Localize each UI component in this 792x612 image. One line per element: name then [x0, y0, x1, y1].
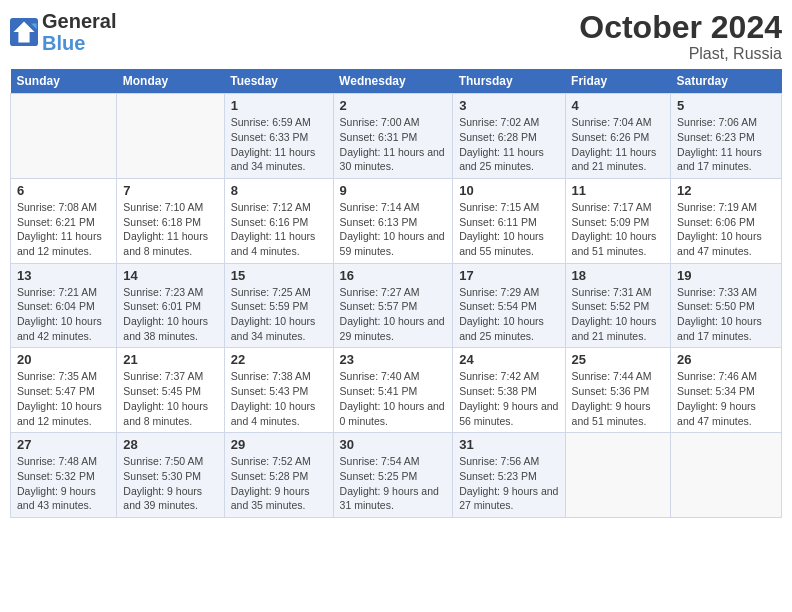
calendar-week-row: 1Sunrise: 6:59 AMSunset: 6:33 PMDaylight… — [11, 94, 782, 179]
calendar-cell: 20Sunrise: 7:35 AMSunset: 5:47 PMDayligh… — [11, 348, 117, 433]
day-info: Sunrise: 7:12 AMSunset: 6:16 PMDaylight:… — [231, 200, 327, 259]
day-info: Sunrise: 7:29 AMSunset: 5:54 PMDaylight:… — [459, 285, 558, 344]
day-info: Sunrise: 7:21 AMSunset: 6:04 PMDaylight:… — [17, 285, 110, 344]
day-number: 22 — [231, 352, 327, 367]
day-info: Sunrise: 7:50 AMSunset: 5:30 PMDaylight:… — [123, 454, 217, 513]
day-number: 31 — [459, 437, 558, 452]
day-info: Sunrise: 7:42 AMSunset: 5:38 PMDaylight:… — [459, 369, 558, 428]
day-number: 28 — [123, 437, 217, 452]
calendar-cell: 8Sunrise: 7:12 AMSunset: 6:16 PMDaylight… — [224, 178, 333, 263]
day-number: 7 — [123, 183, 217, 198]
day-info: Sunrise: 7:56 AMSunset: 5:23 PMDaylight:… — [459, 454, 558, 513]
calendar-cell: 30Sunrise: 7:54 AMSunset: 5:25 PMDayligh… — [333, 433, 453, 518]
day-info: Sunrise: 7:02 AMSunset: 6:28 PMDaylight:… — [459, 115, 558, 174]
day-number: 19 — [677, 268, 775, 283]
page-title: October 2024 — [579, 10, 782, 45]
day-number: 4 — [572, 98, 664, 113]
day-info: Sunrise: 7:44 AMSunset: 5:36 PMDaylight:… — [572, 369, 664, 428]
day-number: 10 — [459, 183, 558, 198]
weekday-header: Thursday — [453, 69, 565, 94]
calendar-cell: 12Sunrise: 7:19 AMSunset: 6:06 PMDayligh… — [671, 178, 782, 263]
day-info: Sunrise: 7:54 AMSunset: 5:25 PMDaylight:… — [340, 454, 447, 513]
calendar-cell: 13Sunrise: 7:21 AMSunset: 6:04 PMDayligh… — [11, 263, 117, 348]
day-number: 30 — [340, 437, 447, 452]
logo-text-line2: Blue — [42, 32, 116, 54]
calendar-cell: 31Sunrise: 7:56 AMSunset: 5:23 PMDayligh… — [453, 433, 565, 518]
calendar-cell: 11Sunrise: 7:17 AMSunset: 5:09 PMDayligh… — [565, 178, 670, 263]
weekday-header: Friday — [565, 69, 670, 94]
day-number: 15 — [231, 268, 327, 283]
day-info: Sunrise: 7:25 AMSunset: 5:59 PMDaylight:… — [231, 285, 327, 344]
day-number: 25 — [572, 352, 664, 367]
day-info: Sunrise: 7:17 AMSunset: 5:09 PMDaylight:… — [572, 200, 664, 259]
calendar-week-row: 6Sunrise: 7:08 AMSunset: 6:21 PMDaylight… — [11, 178, 782, 263]
day-info: Sunrise: 7:19 AMSunset: 6:06 PMDaylight:… — [677, 200, 775, 259]
page-header: General Blue October 2024 Plast, Russia — [10, 10, 782, 63]
calendar-cell: 14Sunrise: 7:23 AMSunset: 6:01 PMDayligh… — [117, 263, 224, 348]
day-info: Sunrise: 7:37 AMSunset: 5:45 PMDaylight:… — [123, 369, 217, 428]
day-info: Sunrise: 7:46 AMSunset: 5:34 PMDaylight:… — [677, 369, 775, 428]
calendar-cell: 27Sunrise: 7:48 AMSunset: 5:32 PMDayligh… — [11, 433, 117, 518]
calendar-cell: 2Sunrise: 7:00 AMSunset: 6:31 PMDaylight… — [333, 94, 453, 179]
day-number: 27 — [17, 437, 110, 452]
day-info: Sunrise: 7:00 AMSunset: 6:31 PMDaylight:… — [340, 115, 447, 174]
day-number: 5 — [677, 98, 775, 113]
day-info: Sunrise: 7:27 AMSunset: 5:57 PMDaylight:… — [340, 285, 447, 344]
calendar-cell: 21Sunrise: 7:37 AMSunset: 5:45 PMDayligh… — [117, 348, 224, 433]
calendar-cell: 7Sunrise: 7:10 AMSunset: 6:18 PMDaylight… — [117, 178, 224, 263]
calendar-week-row: 13Sunrise: 7:21 AMSunset: 6:04 PMDayligh… — [11, 263, 782, 348]
day-number: 23 — [340, 352, 447, 367]
weekday-header: Tuesday — [224, 69, 333, 94]
calendar-cell: 6Sunrise: 7:08 AMSunset: 6:21 PMDaylight… — [11, 178, 117, 263]
day-info: Sunrise: 7:38 AMSunset: 5:43 PMDaylight:… — [231, 369, 327, 428]
calendar-cell: 5Sunrise: 7:06 AMSunset: 6:23 PMDaylight… — [671, 94, 782, 179]
calendar-cell: 3Sunrise: 7:02 AMSunset: 6:28 PMDaylight… — [453, 94, 565, 179]
weekday-header: Wednesday — [333, 69, 453, 94]
calendar-cell: 9Sunrise: 7:14 AMSunset: 6:13 PMDaylight… — [333, 178, 453, 263]
day-number: 18 — [572, 268, 664, 283]
day-number: 9 — [340, 183, 447, 198]
calendar-cell — [117, 94, 224, 179]
day-number: 3 — [459, 98, 558, 113]
logo-text-line1: General — [42, 10, 116, 32]
day-info: Sunrise: 7:10 AMSunset: 6:18 PMDaylight:… — [123, 200, 217, 259]
day-info: Sunrise: 7:04 AMSunset: 6:26 PMDaylight:… — [572, 115, 664, 174]
day-number: 6 — [17, 183, 110, 198]
day-info: Sunrise: 7:31 AMSunset: 5:52 PMDaylight:… — [572, 285, 664, 344]
day-info: Sunrise: 7:23 AMSunset: 6:01 PMDaylight:… — [123, 285, 217, 344]
day-info: Sunrise: 7:06 AMSunset: 6:23 PMDaylight:… — [677, 115, 775, 174]
calendar-cell: 19Sunrise: 7:33 AMSunset: 5:50 PMDayligh… — [671, 263, 782, 348]
day-info: Sunrise: 7:33 AMSunset: 5:50 PMDaylight:… — [677, 285, 775, 344]
calendar-cell: 29Sunrise: 7:52 AMSunset: 5:28 PMDayligh… — [224, 433, 333, 518]
calendar-cell: 10Sunrise: 7:15 AMSunset: 6:11 PMDayligh… — [453, 178, 565, 263]
day-number: 13 — [17, 268, 110, 283]
calendar-cell: 26Sunrise: 7:46 AMSunset: 5:34 PMDayligh… — [671, 348, 782, 433]
calendar-table: SundayMondayTuesdayWednesdayThursdayFrid… — [10, 69, 782, 518]
day-number: 26 — [677, 352, 775, 367]
calendar-cell: 17Sunrise: 7:29 AMSunset: 5:54 PMDayligh… — [453, 263, 565, 348]
day-info: Sunrise: 7:14 AMSunset: 6:13 PMDaylight:… — [340, 200, 447, 259]
day-number: 1 — [231, 98, 327, 113]
day-number: 17 — [459, 268, 558, 283]
day-info: Sunrise: 7:40 AMSunset: 5:41 PMDaylight:… — [340, 369, 447, 428]
title-block: October 2024 Plast, Russia — [579, 10, 782, 63]
day-info: Sunrise: 7:52 AMSunset: 5:28 PMDaylight:… — [231, 454, 327, 513]
calendar-cell — [11, 94, 117, 179]
calendar-cell — [565, 433, 670, 518]
day-info: Sunrise: 7:15 AMSunset: 6:11 PMDaylight:… — [459, 200, 558, 259]
calendar-cell: 15Sunrise: 7:25 AMSunset: 5:59 PMDayligh… — [224, 263, 333, 348]
day-number: 2 — [340, 98, 447, 113]
day-info: Sunrise: 6:59 AMSunset: 6:33 PMDaylight:… — [231, 115, 327, 174]
day-info: Sunrise: 7:08 AMSunset: 6:21 PMDaylight:… — [17, 200, 110, 259]
day-info: Sunrise: 7:35 AMSunset: 5:47 PMDaylight:… — [17, 369, 110, 428]
calendar-cell: 23Sunrise: 7:40 AMSunset: 5:41 PMDayligh… — [333, 348, 453, 433]
weekday-header: Monday — [117, 69, 224, 94]
day-number: 11 — [572, 183, 664, 198]
logo-icon — [10, 18, 38, 46]
calendar-header: SundayMondayTuesdayWednesdayThursdayFrid… — [11, 69, 782, 94]
calendar-week-row: 20Sunrise: 7:35 AMSunset: 5:47 PMDayligh… — [11, 348, 782, 433]
calendar-cell: 28Sunrise: 7:50 AMSunset: 5:30 PMDayligh… — [117, 433, 224, 518]
calendar-cell: 24Sunrise: 7:42 AMSunset: 5:38 PMDayligh… — [453, 348, 565, 433]
weekday-header: Sunday — [11, 69, 117, 94]
calendar-cell: 18Sunrise: 7:31 AMSunset: 5:52 PMDayligh… — [565, 263, 670, 348]
